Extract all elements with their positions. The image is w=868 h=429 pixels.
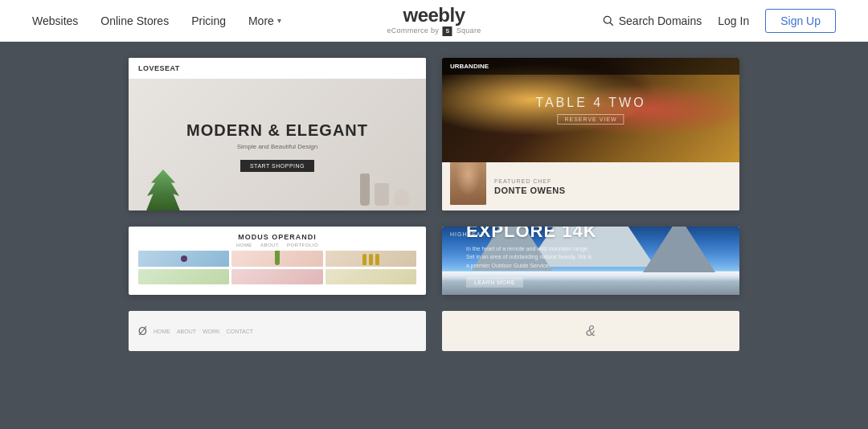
urbandine-view-link[interactable]: RESERVE VIEW bbox=[557, 114, 624, 125]
modus-site-name: MODUS OPERANDI bbox=[138, 233, 416, 241]
highpeak-hero-text: EXPLORE 14K In the heart of a remote and… bbox=[466, 227, 597, 288]
nav-websites[interactable]: Websites bbox=[32, 14, 78, 27]
chevron-down-icon: ▾ bbox=[277, 16, 281, 25]
partial-nav-about: ABOUT bbox=[177, 329, 196, 334]
loveseat-decorations bbox=[360, 174, 410, 206]
urbandine-chef-section: Featured Chef DONTE OWENS bbox=[442, 162, 739, 210]
pineapple-1 bbox=[362, 254, 366, 265]
mountain-right bbox=[643, 227, 715, 272]
chef-photo bbox=[450, 161, 486, 205]
flower-decoration bbox=[181, 255, 187, 262]
square-icon: S bbox=[443, 27, 452, 36]
partial-nav-work: WORK bbox=[203, 329, 220, 334]
modus-cell-1 bbox=[138, 251, 229, 267]
chef-info: Featured Chef DONTE OWENS bbox=[494, 178, 731, 195]
partial-left-nav: HOME ABOUT WORK CONTACT bbox=[154, 329, 253, 334]
urbandine-hero-title: TABLE 4 TWO bbox=[535, 96, 645, 110]
search-domains-link[interactable]: Search Domains bbox=[603, 14, 702, 27]
loveseat-hero-title: MODERN & ELEGANT bbox=[186, 121, 368, 140]
modus-nav-portfolio: PORTFOLIO bbox=[287, 243, 318, 247]
urbandine-site-name: URBANDINE bbox=[442, 58, 739, 75]
modus-cell-5 bbox=[231, 269, 322, 285]
vase-medium bbox=[375, 183, 389, 206]
pineapple-2 bbox=[369, 254, 373, 265]
modus-cell-3 bbox=[326, 251, 416, 267]
modus-cell-2 bbox=[231, 251, 322, 267]
cactus-decoration bbox=[275, 251, 280, 265]
modus-photo-grid bbox=[129, 251, 426, 291]
chef-name: DONTE OWENS bbox=[494, 186, 731, 195]
logo: weebly eCommerce by S Square bbox=[387, 5, 481, 35]
partial-nav-home: HOME bbox=[154, 329, 170, 334]
partial-nav-contact: CONTACT bbox=[227, 329, 253, 334]
modus-header: MODUS OPERANDI HOME ABOUT PORTFOLIO bbox=[129, 227, 426, 251]
modus-nav-home: HOME bbox=[236, 243, 252, 247]
signup-button[interactable]: Sign Up bbox=[765, 9, 836, 33]
highpeak-hero-title: EXPLORE 14K bbox=[466, 227, 597, 241]
modus-cell-6 bbox=[326, 269, 416, 285]
modus-nav-about: ABOUT bbox=[260, 243, 279, 247]
ampersand-symbol: & bbox=[586, 323, 596, 340]
highpeak-cta-button[interactable]: LEARN MORE bbox=[466, 277, 523, 288]
nav-pricing[interactable]: Pricing bbox=[191, 14, 226, 27]
chef-tagline: Featured Chef bbox=[494, 178, 731, 184]
urbandine-card[interactable]: URBANDINE TABLE 4 TWO RESERVE VIEW Featu… bbox=[442, 58, 739, 210]
brand-tagline: eCommerce by S Square bbox=[387, 27, 481, 36]
chef-photo-inner bbox=[450, 161, 486, 205]
loveseat-hero-subtitle: Simple and Beautiful Design bbox=[186, 143, 368, 150]
partial-card-right[interactable]: & bbox=[442, 311, 739, 351]
vase-short bbox=[394, 190, 410, 206]
brand-name: weebly bbox=[387, 5, 481, 26]
login-button[interactable]: Log In bbox=[718, 14, 749, 27]
pineapple-3 bbox=[375, 254, 379, 265]
nav-left: Websites Online Stores Pricing More ▾ bbox=[32, 14, 281, 27]
zero-symbol: Ø bbox=[138, 325, 147, 337]
modus-cell-4 bbox=[138, 269, 229, 285]
loveseat-cta-button[interactable]: START SHOPPING bbox=[240, 160, 314, 172]
loveseat-hero: MODERN & ELEGANT Simple and Beautiful De… bbox=[129, 79, 426, 210]
loveseat-card[interactable]: LOVESEAT MODERN & ELEGANT Simple and Bea… bbox=[129, 58, 426, 210]
highpeak-hero-desc: In the heart of a remote and wild mounta… bbox=[466, 244, 595, 270]
urbandine-hero-text: TABLE 4 TWO RESERVE VIEW bbox=[535, 96, 645, 125]
modus-nav: HOME ABOUT PORTFOLIO bbox=[138, 243, 416, 247]
loveseat-site-name: LOVESEAT bbox=[129, 58, 426, 79]
nav-online-stores[interactable]: Online Stores bbox=[100, 14, 169, 27]
main-content: LOVESEAT MODERN & ELEGANT Simple and Bea… bbox=[0, 42, 868, 367]
modus-card[interactable]: MODUS OPERANDI HOME ABOUT PORTFOLIO bbox=[129, 227, 426, 295]
search-icon bbox=[603, 15, 614, 27]
header: Websites Online Stores Pricing More ▾ we… bbox=[0, 0, 868, 42]
mountain-background: HIGHPEAK EXPLORE 14K In the heart of a r… bbox=[442, 227, 739, 295]
partial-card-left[interactable]: Ø HOME ABOUT WORK CONTACT bbox=[129, 311, 426, 351]
svg-line-1 bbox=[610, 22, 612, 25]
nav-more-button[interactable]: More ▾ bbox=[248, 14, 281, 27]
vase-tall bbox=[360, 174, 370, 206]
urbandine-hero: URBANDINE TABLE 4 TWO RESERVE VIEW bbox=[442, 58, 739, 162]
highpeak-card[interactable]: HIGHPEAK EXPLORE 14K In the heart of a r… bbox=[442, 227, 739, 295]
loveseat-text-area: MODERN & ELEGANT Simple and Beautiful De… bbox=[186, 121, 368, 172]
nav-right: Search Domains Log In Sign Up bbox=[603, 9, 836, 33]
plant-decoration bbox=[143, 170, 183, 210]
